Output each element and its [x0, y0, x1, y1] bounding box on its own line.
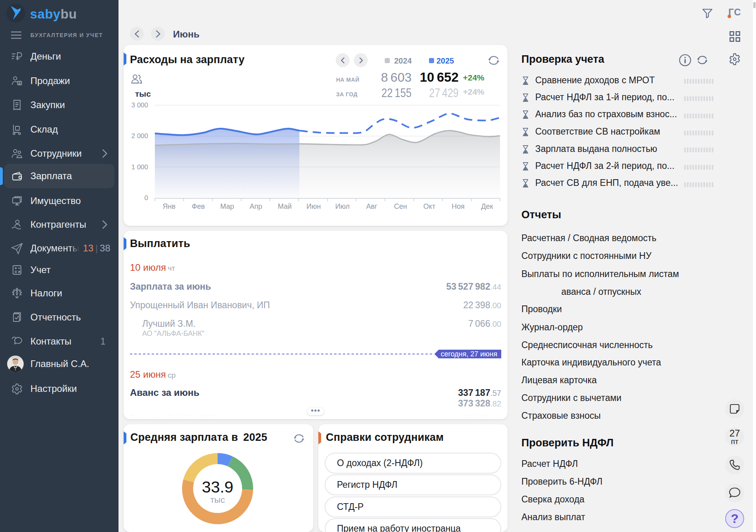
svg-text:тыс: тыс — [211, 495, 225, 505]
svg-text:33.9: 33.9 — [202, 478, 233, 496]
